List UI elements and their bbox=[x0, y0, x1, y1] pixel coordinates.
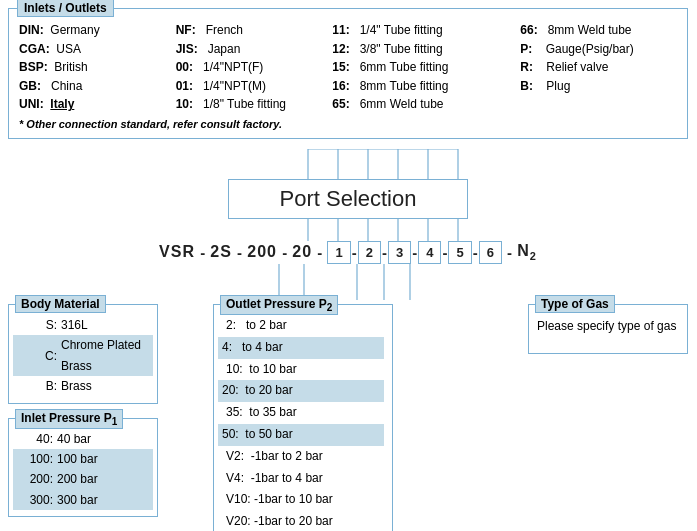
model-box-2[interactable]: 2 bbox=[358, 241, 381, 264]
inlets-row: 66: 8mm Weld tube bbox=[520, 21, 677, 40]
inlets-row: JIS: Japan bbox=[176, 40, 333, 59]
list-item: 100: 100 bar bbox=[13, 449, 153, 469]
list-item: 10: to 10 bar bbox=[222, 359, 384, 381]
list-item: 300: 300 bar bbox=[13, 490, 153, 510]
model-prefix: VSR bbox=[159, 243, 195, 261]
outlet-pressure-list: 2: to 2 bar 4: to 4 bar 10: to 10 bar 20… bbox=[222, 315, 384, 531]
list-item: V2: -1bar to 2 bar bbox=[222, 446, 384, 468]
inlets-row: BSP: British bbox=[19, 58, 176, 77]
model-row: VSR - 2S - 200 - 20 - 1 - 2 - 3 - 4 - 5 … bbox=[8, 241, 688, 264]
inlets-row: NF: French bbox=[176, 21, 333, 40]
inlets-title: Inlets / Outlets bbox=[17, 0, 114, 17]
inlets-row: B: Plug bbox=[520, 77, 677, 96]
sep1: - bbox=[196, 244, 209, 261]
body-material-list: S: 316L C: Chrome Plated Brass B: Brass bbox=[17, 315, 149, 397]
sep3: - bbox=[278, 244, 291, 261]
model-box-6[interactable]: 6 bbox=[479, 241, 502, 264]
port-selection-box: Port Selection bbox=[228, 179, 468, 219]
inlets-row: R: Relief valve bbox=[520, 58, 677, 77]
inlets-row: 12: 3/8" Tube fitting bbox=[332, 40, 520, 59]
list-item: V10: -1bar to 10 bar bbox=[222, 489, 384, 511]
list-item: 200: 200 bar bbox=[13, 469, 153, 489]
list-item: V20: -1bar to 20 bar bbox=[222, 511, 384, 531]
type-of-gas-title: Type of Gas bbox=[535, 295, 615, 313]
list-item: 20: to 20 bar bbox=[218, 380, 384, 402]
inlets-row: 01: 1/4"NPT(M) bbox=[176, 77, 333, 96]
inlet-pressure-title: Inlet Pressure P1 bbox=[15, 409, 123, 429]
inlets-row: 00: 1/4"NPT(F) bbox=[176, 58, 333, 77]
inlets-row: UNI: Italy bbox=[19, 95, 176, 114]
model-suffix: N2 bbox=[517, 242, 537, 262]
inlets-col4: 66: 8mm Weld tube P: Gauge(Psig/bar) R: … bbox=[520, 21, 677, 114]
inlets-row: 10: 1/8" Tube fitting bbox=[176, 95, 333, 114]
inlets-row: 11: 1/4" Tube fitting bbox=[332, 21, 520, 40]
sep2: - bbox=[233, 244, 246, 261]
inlets-row: GB: China bbox=[19, 77, 176, 96]
inlets-col1: DIN: Germany CGA: USA BSP: British GB: C… bbox=[19, 21, 176, 114]
list-item: 50: to 50 bar bbox=[218, 424, 384, 446]
model-part2: 200 bbox=[247, 243, 277, 261]
inlets-row: P: Gauge(Psig/bar) bbox=[520, 40, 677, 59]
body-material-title: Body Material bbox=[15, 295, 106, 313]
body-material-box: Body Material S: 316L C: Chrome Plated B… bbox=[8, 304, 158, 404]
model-box-3[interactable]: 3 bbox=[388, 241, 411, 264]
inlets-col3: 11: 1/4" Tube fitting 12: 3/8" Tube fitt… bbox=[332, 21, 520, 114]
model-part1: 2S bbox=[210, 243, 232, 261]
connector-mid-svg bbox=[8, 219, 688, 241]
list-item: C: Chrome Plated Brass bbox=[13, 335, 153, 376]
list-item: 4: to 4 bar bbox=[218, 337, 384, 359]
sep4: - bbox=[313, 244, 326, 261]
left-column: Body Material S: 316L C: Chrome Plated B… bbox=[8, 300, 158, 527]
inlets-note: * Other connection standard, refer consu… bbox=[19, 118, 677, 130]
connector-top-svg bbox=[8, 149, 688, 179]
model-box-1[interactable]: 1 bbox=[327, 241, 350, 264]
inlets-row: 16: 8mm Tube fitting bbox=[332, 77, 520, 96]
inlets-col2: NF: French JIS: Japan 00: 1/4"NPT(F) 01:… bbox=[176, 21, 333, 114]
list-item: V4: -1bar to 4 bar bbox=[222, 468, 384, 490]
list-item: 2: to 2 bar bbox=[222, 315, 384, 337]
inlets-row: CGA: USA bbox=[19, 40, 176, 59]
model-box-4[interactable]: 4 bbox=[418, 241, 441, 264]
list-item: S: 316L bbox=[17, 315, 149, 335]
model-box-5[interactable]: 5 bbox=[448, 241, 471, 264]
type-of-gas-description: Please specify type of gas bbox=[537, 319, 679, 333]
list-item: 35: to 35 bar bbox=[222, 402, 384, 424]
list-item: 40: 40 bar bbox=[17, 429, 149, 449]
main-container: Inlets / Outlets DIN: Germany CGA: USA B… bbox=[0, 0, 697, 531]
list-item: B: Brass bbox=[17, 376, 149, 396]
inlets-outlets-box: Inlets / Outlets DIN: Germany CGA: USA B… bbox=[8, 8, 688, 139]
inlets-row: DIN: Germany bbox=[19, 21, 176, 40]
outlet-pressure-box: Outlet Pressure P2 2: to 2 bar 4: to 4 b… bbox=[213, 304, 393, 531]
middle-column: Outlet Pressure P2 2: to 2 bar 4: to 4 b… bbox=[158, 300, 528, 531]
inlets-row: 15: 6mm Tube fitting bbox=[332, 58, 520, 77]
inlets-row: 65: 6mm Weld tube bbox=[332, 95, 520, 114]
right-column: Type of Gas Please specify type of gas bbox=[528, 300, 688, 364]
inlet-pressure-list: 40: 40 bar 100: 100 bar 200: 200 bar 300… bbox=[17, 429, 149, 511]
type-of-gas-box: Type of Gas Please specify type of gas bbox=[528, 304, 688, 354]
outlet-pressure-title: Outlet Pressure P2 bbox=[220, 295, 338, 315]
port-selection-title: Port Selection bbox=[280, 186, 417, 211]
model-part3: 20 bbox=[292, 243, 312, 261]
inlet-pressure-box: Inlet Pressure P1 40: 40 bar 100: 100 ba… bbox=[8, 418, 158, 518]
